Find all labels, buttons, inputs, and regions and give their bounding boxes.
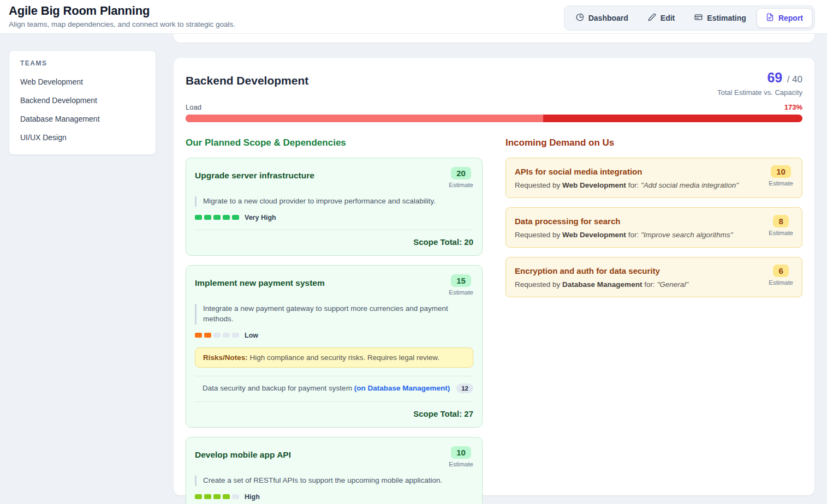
divider (195, 376, 473, 376)
nav-dashboard-label: Dashboard (588, 14, 628, 22)
load-bar (186, 115, 802, 122)
priority-squares (195, 215, 239, 220)
demand-estimate-badge: 8 (773, 215, 788, 227)
request-reason: "General" (657, 280, 688, 289)
estimate-box: 20 Estimate (449, 167, 473, 188)
estimate-badge: 10 (451, 446, 471, 459)
document-icon (766, 13, 774, 23)
capacity-value: / 40 (787, 74, 802, 85)
page-title: Agile Big Room Planning (9, 4, 235, 18)
teams-heading: TEAMS (20, 59, 145, 67)
card-head: Implement new payment system 15 Estimate (195, 274, 473, 296)
priority-square (223, 215, 230, 220)
priority-square (195, 215, 202, 220)
nav-edit-label: Edit (661, 14, 675, 22)
for-label: for: (628, 231, 639, 239)
estimate-badge: 20 (451, 167, 471, 179)
priority-squares (195, 494, 239, 499)
pie-chart-icon (576, 13, 584, 23)
nav-report-button[interactable]: Report (757, 8, 812, 28)
load-bar-capacity-fill (186, 115, 543, 122)
sidebar-item-web-development[interactable]: Web Development (20, 73, 145, 91)
priority-square (204, 333, 211, 338)
nav-estimating-button[interactable]: Estimating (685, 8, 755, 28)
demand-item-title: Data processing for search (515, 217, 733, 226)
demand-item-title: APIs for social media integration (515, 167, 739, 176)
risks-notes-label: Risks/Notes: (203, 353, 248, 362)
risks-notes-text: High compliance and security risks. Requ… (250, 353, 439, 362)
dependency-description: Data security and backup for payment sys… (203, 384, 352, 392)
page-subtitle: Align teams, map dependencies, and conne… (9, 20, 235, 28)
load-row: Load 173% (186, 103, 802, 111)
nav-edit-button[interactable]: Edit (639, 8, 684, 28)
app-header: Agile Big Room Planning Align teams, map… (0, 0, 827, 34)
for-label: for: (644, 280, 655, 289)
report-columns: Our Planned Scope & Dependencies Upgrade… (186, 137, 802, 504)
demand-column: Incoming Demand on Us APIs for social me… (505, 137, 802, 504)
demand-card-body: APIs for social media integration Reques… (515, 165, 739, 189)
demand-card: Data processing for search Requested by … (505, 207, 802, 248)
dependency-text: Data security and backup for payment sys… (203, 384, 450, 392)
scope-card: Develop mobile app API 10 Estimate Creat… (186, 437, 483, 504)
scope-item-description: Create a set of RESTful APIs to support … (195, 476, 473, 486)
scope-card: Implement new payment system 15 Estimate… (186, 265, 483, 428)
demand-card-body: Data processing for search Requested by … (515, 215, 733, 239)
estimate-box: 10 Estimate (449, 446, 473, 467)
sidebar-item-database-management[interactable]: Database Management (20, 110, 145, 128)
demand-item-title: Encryption and auth for data security (515, 266, 688, 275)
priority-square (223, 333, 230, 338)
view-switcher: Dashboard Edit Estimating Report (564, 5, 815, 31)
demand-item-meta: Requested by Web Development for: "Impro… (515, 231, 733, 239)
priority-square (223, 494, 230, 499)
demand-card: Encryption and auth for data security Re… (505, 257, 802, 297)
demand-heading: Incoming Demand on Us (505, 137, 802, 148)
scope-column: Our Planned Scope & Dependencies Upgrade… (186, 137, 483, 504)
priority-label: High (245, 493, 260, 501)
nav-report-label: Report (778, 14, 803, 22)
requested-by-label: Requested by (515, 231, 560, 239)
total-estimate-value: 69 (767, 70, 782, 85)
priority-square (195, 333, 202, 338)
for-label: for: (628, 181, 639, 189)
previous-panel-stub (174, 33, 814, 43)
priority-square (204, 215, 211, 220)
estimate-label: Estimate (769, 279, 793, 286)
capacity-caption: Total Estimate vs. Capacity (717, 88, 802, 97)
priority-row: Very High (195, 214, 473, 221)
nav-dashboard-button[interactable]: Dashboard (567, 8, 638, 28)
priority-square (232, 494, 239, 499)
requester-team: Web Development (562, 231, 626, 239)
sidebar-item-uiux-design[interactable]: UI/UX Design (20, 128, 145, 147)
sidebar-item-backend-development[interactable]: Backend Development (20, 91, 145, 110)
priority-square (195, 494, 202, 499)
estimate-box: 8 Estimate (769, 215, 793, 236)
estimate-box: 10 Estimate (769, 165, 793, 187)
scope-heading: Our Planned Scope & Dependencies (186, 137, 483, 148)
requester-team: Database Management (562, 280, 642, 289)
scope-total-value: 20 (464, 237, 473, 247)
scope-total-label: Scope Total: (413, 237, 462, 247)
pencil-icon (648, 13, 656, 23)
scope-item-description: Migrate to a new cloud provider to impro… (195, 196, 473, 207)
demand-estimate-badge: 10 (771, 165, 791, 178)
priority-square (213, 333, 221, 338)
scope-total-label: Scope Total: (413, 409, 462, 418)
capacity-summary: 69 / 40 Total Estimate vs. Capacity (717, 70, 802, 97)
estimate-box: 6 Estimate (769, 265, 793, 286)
load-percent: 173% (784, 103, 802, 111)
priority-squares (195, 333, 239, 338)
estimate-badge: 15 (451, 274, 471, 287)
scope-total: Scope Total: 27 (195, 409, 473, 418)
divider (195, 230, 473, 230)
estimate-label: Estimate (769, 180, 793, 187)
priority-row: Low (195, 332, 473, 339)
priority-square (204, 494, 211, 499)
dependency-target-link[interactable]: (on Database Management) (354, 384, 450, 392)
estimate-label: Estimate (449, 182, 473, 188)
scope-item-title: Implement new payment system (195, 278, 325, 288)
estimate-label: Estimate (449, 289, 473, 296)
priority-square (232, 333, 239, 338)
scope-item-title: Develop mobile app API (195, 450, 291, 460)
team-title: Backend Development (186, 74, 308, 87)
demand-card: APIs for social media integration Reques… (505, 158, 802, 198)
